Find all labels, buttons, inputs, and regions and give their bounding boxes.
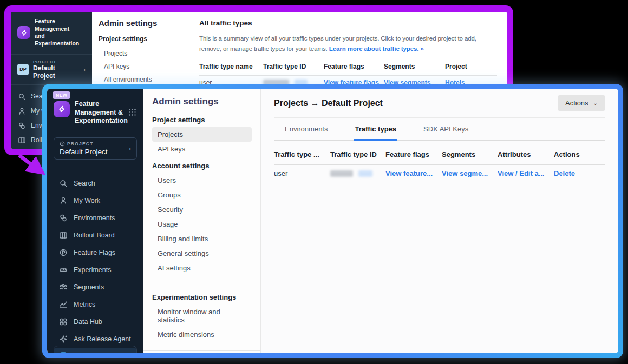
- admin-item-api-keys[interactable]: API keys: [152, 142, 252, 156]
- admin-item-users[interactable]: Users: [152, 173, 252, 188]
- project-label: PROJECT: [33, 59, 79, 64]
- front-window-blue-frame: NEW Feature Management & Experimentation: [42, 84, 623, 358]
- page-description: This is a summary view of all your traff…: [199, 34, 497, 54]
- admin-item-groups[interactable]: Groups: [152, 188, 252, 202]
- project-name: Default Project: [33, 64, 79, 80]
- col-header-attributes: Attributes: [498, 150, 554, 158]
- view-segments-link[interactable]: View segme...: [442, 169, 488, 177]
- sidebar-item-environments[interactable]: Environments: [47, 209, 143, 227]
- cell-traffic-type-id: [330, 170, 385, 177]
- sidebar-item-my-work[interactable]: My Work: [47, 192, 143, 209]
- col-header-feature-flags: Feature flags: [324, 63, 384, 70]
- sidebar-item-label: Metrics: [74, 301, 95, 308]
- col-header-feature-flags: Feature flags: [385, 150, 442, 158]
- admin-settings-title: Admin settings: [152, 96, 252, 107]
- section-header-account-settings: Account settings: [152, 162, 252, 170]
- admin-item-metric-dimensions[interactable]: Metric dimensions: [152, 327, 252, 342]
- app-switcher-grid-icon[interactable]: [128, 108, 136, 118]
- app-name-line2: Management &: [75, 109, 123, 116]
- redacted-badge: [358, 170, 372, 177]
- section-header-experimentation-settings: Experimentation settings: [152, 293, 252, 301]
- sidebar-item-label: Feature Flags: [74, 249, 115, 256]
- tab-traffic-types[interactable]: Traffic types: [354, 118, 397, 141]
- sidebar-item-label: Ask Release Agent: [74, 335, 131, 343]
- admin-item-general-settings[interactable]: General settings: [152, 246, 252, 261]
- admin-item-usage[interactable]: Usage: [152, 217, 252, 231]
- col-header-traffic-type-name: Traffic type name: [199, 63, 263, 70]
- main-header: Projects → Default Project Actions ⌄: [274, 89, 605, 118]
- data-hub-icon: [59, 317, 68, 326]
- redacted-id: [330, 170, 353, 177]
- front-admin-nav: Admin settings Project settings Projects…: [143, 89, 261, 353]
- desktop-background: Feature Management and Experimentation D…: [0, 0, 628, 364]
- project-switcher[interactable]: PROJECT Default Project ›: [54, 137, 137, 160]
- sidebar-item-experiments[interactable]: Experiments: [47, 261, 143, 279]
- col-header-traffic-type-name: Traffic type ...: [274, 150, 330, 158]
- learn-more-link[interactable]: Learn more about traffic types. »: [329, 45, 424, 52]
- search-icon: [59, 179, 68, 188]
- experiments-icon: [59, 266, 68, 274]
- project-switcher[interactable]: DP PROJECT Default Project ›: [11, 55, 92, 84]
- sidebar-bottom-panel: [54, 346, 137, 353]
- col-header-project: Project: [445, 63, 497, 70]
- admin-item-billing-and-limits[interactable]: Billing and limits: [152, 231, 252, 246]
- project-icon: [60, 141, 65, 147]
- chevron-right-icon: ›: [129, 144, 131, 153]
- chevron-right-icon: ›: [83, 65, 86, 74]
- rollout-board-icon: [59, 231, 68, 240]
- chevron-down-icon: ⌄: [593, 100, 598, 106]
- scroll-gutter-divider: [612, 89, 612, 353]
- new-badge: NEW: [53, 91, 70, 99]
- app-name-line2: and Experimentation: [35, 32, 79, 47]
- search-icon: [18, 92, 26, 101]
- sidebar-item-segments[interactable]: Segments: [47, 279, 143, 296]
- sidebar-item-data-hub[interactable]: Data Hub: [47, 313, 143, 330]
- feature-flags-icon: [59, 248, 68, 257]
- project-badge: DP: [17, 64, 29, 75]
- admin-item-ai-settings[interactable]: AI settings: [152, 261, 252, 275]
- sidebar-item-label: Segments: [74, 283, 104, 291]
- view-feature-flags-link[interactable]: View feature...: [385, 169, 433, 177]
- divider: [143, 284, 260, 284]
- col-header-actions: Actions: [554, 150, 605, 158]
- project-name: Default Project: [60, 148, 131, 156]
- app-name: Feature Management and Experimentation: [35, 18, 86, 48]
- rollout-board-icon: [18, 136, 26, 144]
- admin-item-projects[interactable]: Projects: [152, 127, 252, 142]
- actions-button-label: Actions: [565, 99, 588, 107]
- sidebar-item-label: Search: [74, 180, 95, 187]
- section-header-project-settings: Project settings: [99, 35, 182, 43]
- project-label: PROJECT: [67, 141, 94, 147]
- admin-item-monitor-window[interactable]: Monitor window and statistics: [152, 305, 252, 327]
- app-logo-icon: [17, 26, 30, 39]
- tab-bar: Environments Traffic types SDK API Keys: [274, 118, 605, 141]
- user-icon: [18, 107, 26, 115]
- sidebar-item-label: Data Hub: [74, 318, 102, 326]
- tab-sdk-api-keys[interactable]: SDK API Keys: [422, 118, 469, 141]
- sidebar-item-label: My Work: [74, 197, 100, 204]
- front-sidebar: NEW Feature Management & Experimentation: [47, 89, 143, 353]
- delete-link[interactable]: Delete: [554, 169, 575, 177]
- front-window: NEW Feature Management & Experimentation: [47, 89, 618, 353]
- admin-item-projects[interactable]: Projects: [99, 47, 182, 60]
- user-icon: [59, 196, 68, 205]
- admin-item-security[interactable]: Security: [152, 202, 252, 217]
- sidebar-item-search[interactable]: Search: [47, 175, 143, 192]
- section-header-project-settings: Project settings: [152, 116, 252, 124]
- environments-icon: [18, 122, 26, 130]
- annotation-arrow: [15, 153, 49, 177]
- tab-environments[interactable]: Environments: [284, 118, 329, 141]
- sidebar-item-metrics[interactable]: Metrics: [47, 296, 143, 313]
- view-edit-attributes-link[interactable]: View / Edit a...: [498, 169, 544, 177]
- sparkle-icon: [59, 335, 68, 343]
- table-header-row: Traffic type ... Traffic type ID Feature…: [274, 144, 605, 165]
- col-header-traffic-type-id: Traffic type ID: [330, 150, 385, 158]
- actions-button[interactable]: Actions ⌄: [558, 95, 605, 111]
- sidebar-item-label: Environments: [74, 214, 115, 222]
- admin-item-api-keys[interactable]: API keys: [99, 60, 182, 73]
- app-name-line1: Feature: [75, 100, 99, 108]
- table-row: user View feature... View segme... View …: [274, 165, 605, 182]
- sidebar-item-rollout-board[interactable]: Rollout Board: [47, 227, 143, 244]
- front-main-content: Projects → Default Project Actions ⌄ Env…: [261, 89, 618, 353]
- sidebar-item-feature-flags[interactable]: Feature Flags: [47, 244, 143, 261]
